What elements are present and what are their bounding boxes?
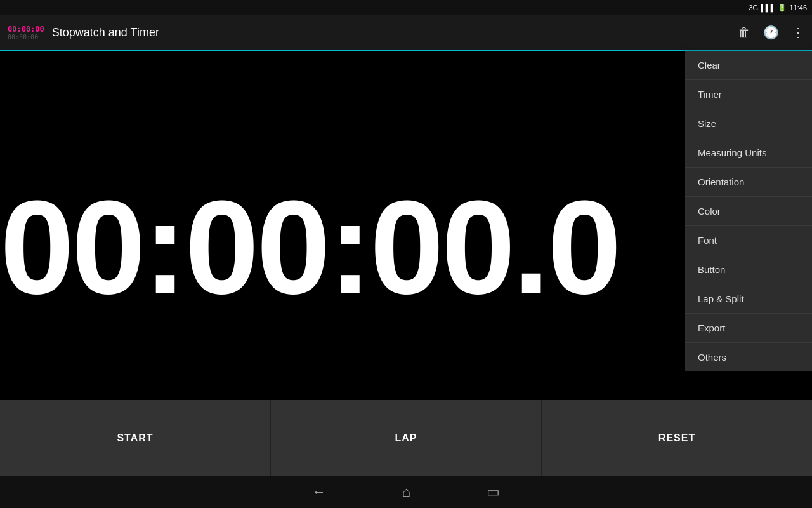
- menu-item-orientation[interactable]: Orientation: [685, 168, 812, 197]
- timer-small-primary: 00:00:00: [8, 25, 44, 34]
- menu-item-export[interactable]: Export: [685, 314, 812, 343]
- battery-icon: 🔋: [778, 4, 787, 12]
- menu-item-measuring-units[interactable]: Measuring Units: [685, 138, 812, 168]
- menu-item-clear[interactable]: Clear: [685, 51, 812, 80]
- menu-item-color[interactable]: Color: [685, 197, 812, 226]
- signal-icon: ▌▌▌: [761, 4, 775, 11]
- menu-item-others[interactable]: Others: [685, 343, 812, 371]
- lap-button[interactable]: LAP: [271, 400, 542, 476]
- menu-item-timer[interactable]: Timer: [685, 80, 812, 109]
- menu-item-button[interactable]: Button: [685, 255, 812, 284]
- status-icons: 3G ▌▌▌ 🔋 11:46: [749, 4, 807, 12]
- menu-item-size[interactable]: Size: [685, 109, 812, 138]
- network-indicator: 3G: [749, 4, 758, 11]
- start-button[interactable]: START: [0, 400, 271, 476]
- reset-button[interactable]: RESET: [542, 400, 812, 476]
- status-bar: 3G ▌▌▌ 🔋 11:46: [0, 0, 812, 15]
- history-icon[interactable]: 🕐: [763, 25, 779, 40]
- app-bar-actions: 🗑 🕐 ⋮: [738, 25, 804, 40]
- app-bar-timer-small: 00:00:00 00:00:00: [8, 25, 44, 41]
- app-title: Stopwatch and Timer: [52, 26, 738, 39]
- bottom-buttons: START LAP RESET: [0, 400, 812, 476]
- recents-button[interactable]: ▭: [487, 484, 500, 500]
- app-bar: 00:00:00 00:00:00 Stopwatch and Timer 🗑 …: [0, 15, 812, 51]
- dropdown-menu: ClearTimerSizeMeasuring UnitsOrientation…: [685, 51, 812, 371]
- timer-small-secondary: 00:00:00: [8, 34, 44, 41]
- trash-icon[interactable]: 🗑: [738, 25, 750, 40]
- menu-item-font[interactable]: Font: [685, 226, 812, 255]
- menu-item-lap-split[interactable]: Lap & Split: [685, 284, 812, 314]
- stopwatch-display: 00:00:00.0: [0, 181, 619, 314]
- home-button[interactable]: ⌂: [402, 484, 410, 500]
- back-button[interactable]: ←: [312, 484, 326, 500]
- time-display: 11:46: [789, 4, 807, 11]
- more-options-icon[interactable]: ⋮: [792, 25, 804, 40]
- nav-bar: ← ⌂ ▭: [0, 476, 812, 508]
